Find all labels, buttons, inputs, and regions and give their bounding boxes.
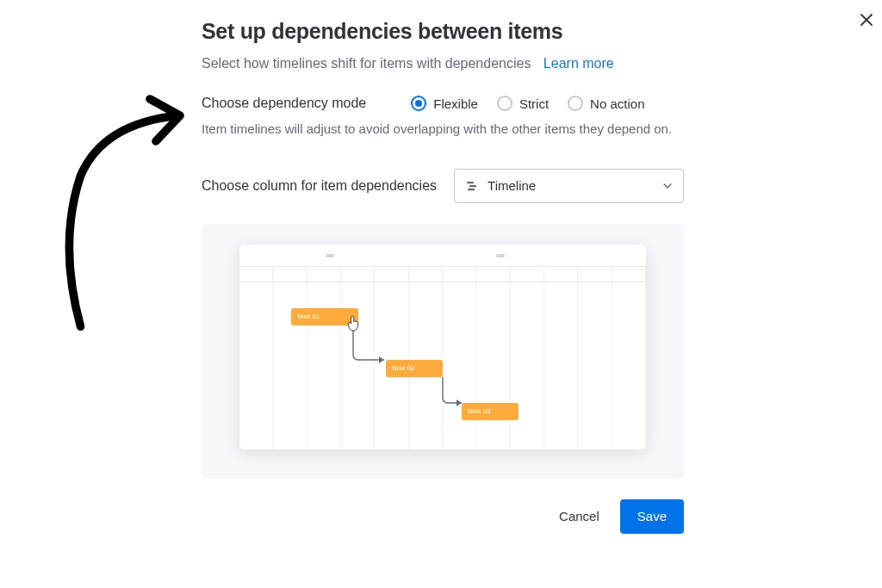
dependency-arrow-icon [439,377,469,412]
dependency-column-row: Choose column for item dependencies Time… [202,169,684,203]
column-select-label: Timeline [488,178,536,193]
svg-rect-2 [468,189,475,190]
radio-icon [411,96,426,111]
dependency-mode-row: Choose dependency mode Flexible Strict N… [202,96,684,111]
dependency-column-label: Choose column for item dependencies [202,178,437,194]
dependency-column-select[interactable]: Timeline [454,169,684,203]
timeline-icon [465,179,479,193]
gantt-preview: Task 01 Task 02 Task 03 [239,244,646,449]
radio-option-strict[interactable]: Strict [497,96,549,111]
cancel-button[interactable]: Cancel [545,499,613,534]
svg-rect-0 [467,182,474,183]
cursor-hand-icon [346,315,360,332]
chevron-down-icon [662,181,673,191]
dependency-preview-panel: Task 01 Task 02 Task 03 [202,224,684,479]
radio-option-flexible[interactable]: Flexible [411,96,478,111]
preview-task-bar: Task 03 [462,403,519,420]
radio-label: No action [590,96,644,111]
learn-more-link[interactable]: Learn more [543,56,614,71]
dependency-mode-description: Item timelines will adjust to avoid over… [202,120,684,139]
radio-label: Strict [519,96,549,111]
radio-label: Flexible [433,96,478,111]
dependency-mode-label: Choose dependency mode [202,96,366,111]
dialog-title: Set up dependencies between items [202,19,684,44]
radio-icon [497,96,512,111]
dialog-subtitle-row: Select how timelines shift for items wit… [202,56,684,71]
dialog-subtitle: Select how timelines shift for items wit… [202,56,531,71]
radio-option-no-action[interactable]: No action [568,96,644,111]
preview-task-bar: Task 02 [386,360,443,377]
close-button[interactable] [856,10,877,31]
radio-icon [568,96,583,111]
save-button[interactable]: Save [620,499,684,534]
close-icon [860,13,873,27]
dependency-dialog: Set up dependencies between items Select… [202,19,684,534]
dialog-footer: Cancel Save [202,499,684,534]
annotation-arrow-icon [40,93,212,334]
svg-rect-1 [469,185,476,187]
